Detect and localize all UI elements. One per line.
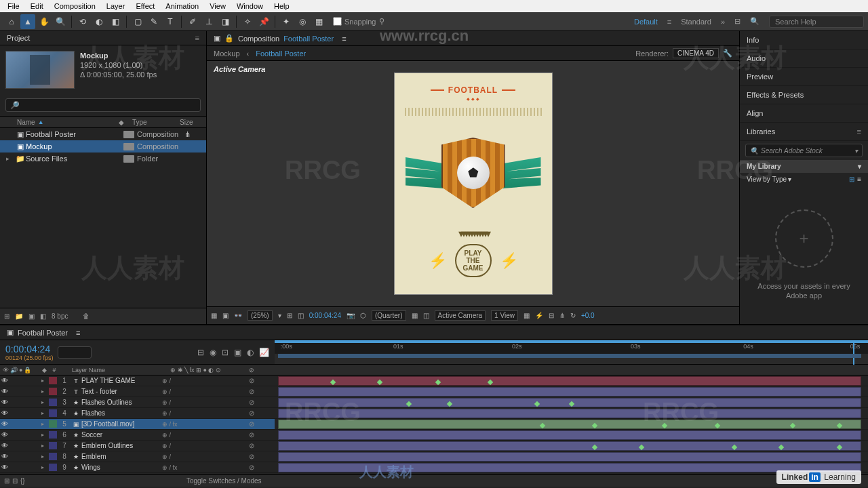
snapshot-icon[interactable]: 📷 [347,312,355,319]
eraser-tool[interactable]: ◨ [218,14,233,29]
solo-col-icon[interactable]: ● [19,367,22,373]
snap-icon[interactable]: ⚲ [379,17,384,26]
reset-exposure-icon[interactable]: ↻ [570,312,576,319]
timeline-menu-icon[interactable]: ≡ [76,329,80,337]
col-size[interactable]: Size [180,119,206,126]
workspace-reset-icon[interactable]: ⊟ [734,17,741,26]
brackets-icon[interactable]: {} [20,477,25,485]
camera-tool[interactable]: ◧ [108,14,123,29]
layer-row[interactable]: 👁▸3★Flashes Outlines⊕ /⊘ [0,397,275,408]
switches-col[interactable]: ⊕ ✱ ╲ fx ⊞ ● ◐ ⊙ [167,367,249,373]
views-select[interactable]: 1 View [491,310,518,321]
label-col-icon[interactable]: ◆ [42,367,47,373]
layer-row[interactable]: 👁▸2TText - footer⊕ /⊘ [0,386,275,397]
menu-window[interactable]: Window [231,2,269,10]
pen-tool[interactable]: ✎ [146,14,161,29]
track-bar[interactable] [275,408,868,419]
workspace-default[interactable]: Default [634,18,658,26]
track-bar[interactable] [275,451,868,462]
sort-icon[interactable]: ▲ [38,119,44,125]
time-ruler[interactable]: :00s 01s 02s 03s 04s 05s [275,340,868,354]
playhead[interactable] [853,340,854,365]
col-label-icon[interactable]: ◆ [119,119,132,126]
shy-icon[interactable]: ⊡ [222,348,229,357]
layer-row[interactable]: 👁▸7★Emblem Outlines⊕ /⊘ [0,441,275,451]
menu-help[interactable]: Help [269,2,295,10]
composition-mini-icon[interactable]: ⊟ [197,348,204,357]
orbit-tool[interactable]: ⟲ [75,14,90,29]
flowchart-icon[interactable]: ⋔ [559,312,565,319]
stamp-tool[interactable]: ⊥ [201,14,216,29]
panel-preview[interactable]: Preview [740,68,868,86]
null-tool[interactable]: ◎ [295,14,310,29]
track-bar[interactable] [275,397,868,408]
menu-file[interactable]: File [2,2,25,10]
comp-menu-icon[interactable]: ≡ [342,35,346,43]
renderer-settings-icon[interactable]: 🔧 [723,49,732,58]
grid-view-icon[interactable]: ⊞ [849,176,854,183]
list-view-icon[interactable]: ≡ [857,176,861,183]
rotate-tool[interactable]: ◐ [92,14,106,29]
menu-view[interactable]: View [204,2,231,10]
folder-icon[interactable]: 📁 [15,312,23,320]
track-bar[interactable] [275,430,868,441]
view-by-type[interactable]: View by Type▾ ⊞ ≡ [740,173,868,186]
comp-name[interactable]: Football Poster [283,35,334,43]
hand-tool[interactable]: ✋ [37,14,52,29]
res-icon[interactable]: ▾ [278,312,281,319]
layer-name-col[interactable]: Layer Name [69,367,167,373]
track-bar[interactable] [275,375,868,386]
renderer-select[interactable]: CINEMA 4D [673,48,719,58]
project-search[interactable]: 🔎 [5,98,201,112]
expand-props-icon[interactable]: ⊞ [4,477,9,485]
pixel-aspect-icon[interactable]: ▦ [524,312,530,319]
timeline-tab[interactable]: Football Poster [18,329,68,337]
transparency-icon[interactable]: ▦ [412,312,418,319]
menu-animation[interactable]: Animation [160,2,204,10]
crumb-mockup[interactable]: Mockup [214,49,240,58]
menu-layer[interactable]: Layer [101,2,131,10]
toggle-switches-modes[interactable]: Toggle Switches / Modes [186,477,262,485]
toggle-alpha-icon[interactable]: ▦ [211,312,217,319]
region-icon[interactable]: ◫ [298,312,304,319]
workspace-more-icon[interactable]: » [721,18,725,26]
camera-select[interactable]: Active Camera [435,310,486,321]
audio-col-icon[interactable]: 🔊 [10,367,18,373]
grid-icon[interactable]: ⊞ [287,312,292,319]
layer-row[interactable]: 👁▸4★Flashes⊕ /⊘ [0,408,275,419]
track-bar[interactable] [275,441,868,451]
mask-tool[interactable]: ▦ [311,14,326,29]
rect-tool[interactable]: ▢ [130,14,145,29]
vis-col-icon[interactable]: 👁 [3,367,9,373]
col-type[interactable]: Type [132,119,180,126]
graph-editor-icon[interactable]: 📈 [259,348,269,357]
composition-viewer[interactable]: Active Camera FOOTBALL ◆ ◆ ◆ ▾▾▾▾▾▾▾▾▾▾▾… [207,61,739,306]
track-bar[interactable] [275,386,868,397]
adobe-stock-search[interactable]: 🔍Search Adobe Stock▾ [745,144,863,157]
menu-composition[interactable]: Composition [49,2,101,10]
layer-row[interactable]: 👁▸6★Soccer⊕ /⊘ [0,430,275,441]
track-bar[interactable] [275,419,868,430]
zoom-select[interactable]: (25%) [248,310,273,321]
timeline-search[interactable] [58,346,92,359]
interpret-icon[interactable]: ⊞ [4,312,9,320]
panel-effects[interactable]: Effects & Presets [740,86,868,104]
timeline-timecode[interactable]: 0:00:04:24 [5,344,54,354]
text-tool[interactable]: T [163,14,178,29]
lock-col-icon[interactable]: 🔒 [24,367,31,373]
layer-row[interactable]: 👁▸9★Wings⊕ / fx⊘ [0,462,275,473]
axis-tool[interactable]: ✦ [279,14,294,29]
project-item[interactable]: ▸📁Source FilesFolder [0,152,206,165]
my-library-select[interactable]: My Library▾ [740,160,868,173]
safe-icon[interactable]: ◫ [423,312,429,319]
project-menu-icon[interactable]: ≡ [195,34,199,42]
zoom-tool[interactable]: 🔍 [53,14,68,29]
brush-tool[interactable]: ✐ [185,14,200,29]
layer-row[interactable]: 👁▸5▣[3D Football.mov]⊕ / fx⊘ [0,419,275,430]
trash-icon[interactable]: 🗑 [83,312,90,320]
toggle-mask-icon[interactable]: ▣ [222,312,229,319]
parent-col-icon[interactable]: ⊘ [249,367,271,373]
toggle-switches-icon[interactable]: ⊟ [12,477,18,485]
quality-select[interactable]: (Quarter) [372,310,406,321]
crumb-football[interactable]: Football Poster [256,49,306,58]
